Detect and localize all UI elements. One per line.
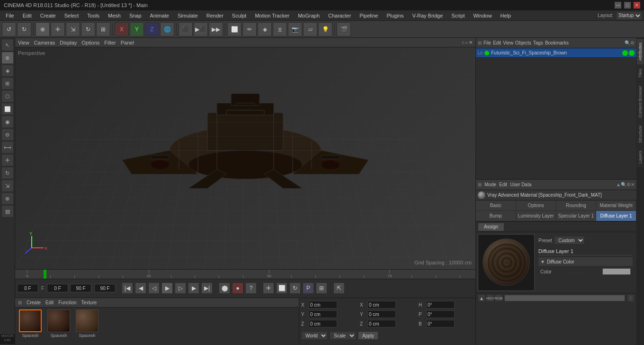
move-key-button[interactable]: ✛ — [263, 282, 274, 294]
tool-weld[interactable]: ⊗ — [1, 192, 14, 205]
menu-simulate[interactable]: Simulate — [174, 12, 202, 19]
viewport-3d[interactable]: Perspective — [15, 47, 475, 269]
mat-menu-texture[interactable]: Texture — [81, 300, 97, 305]
cube-button[interactable]: ⬜ — [227, 22, 242, 36]
tool-layer[interactable]: ▤ — [1, 205, 14, 218]
tool-knife[interactable]: ⊖ — [1, 128, 14, 141]
menu-select[interactable]: Select — [61, 12, 83, 19]
obj-item-spaceship[interactable]: L0 Futuristic_Sci_Fi_Spaceship_Brown — [476, 48, 636, 58]
tool-grid[interactable]: ⊞ — [1, 77, 14, 90]
color-swatch[interactable] — [602, 268, 631, 275]
key-square-button[interactable]: ⬜ — [276, 282, 287, 294]
auto-key-button[interactable]: ● — [232, 282, 243, 294]
live-selection-button[interactable]: ⊕ — [36, 22, 50, 36]
menu-edit[interactable]: Edit — [19, 12, 36, 19]
coord-z-input[interactable] — [309, 320, 337, 327]
vtab-attributes[interactable]: Attributes — [637, 39, 644, 64]
attr-tab-specular[interactable]: Specular Layer 1 — [556, 211, 597, 221]
render-settings-button[interactable]: 🎬 — [337, 22, 351, 36]
tool-cursor[interactable]: ↖ — [1, 39, 14, 51]
info-button[interactable]: ? — [245, 282, 257, 294]
scale-button[interactable]: ⇲ — [66, 22, 80, 36]
menu-plugins[interactable]: Plugins — [383, 12, 407, 19]
coord-b-input[interactable] — [426, 320, 455, 327]
menu-vray[interactable]: V-Ray Bridge — [409, 12, 447, 19]
mat-menu-function[interactable]: Function — [58, 300, 76, 305]
vtab-tiles[interactable]: Tiles — [637, 65, 644, 82]
record-button[interactable]: ⬤ — [219, 282, 230, 294]
frame-end2-input[interactable] — [94, 284, 116, 292]
obj-visibility-dot[interactable] — [484, 51, 489, 55]
layout-select[interactable]: Startup — [616, 11, 642, 20]
vtab-content-browser[interactable]: Content Browser — [637, 82, 644, 121]
light-button[interactable]: 💡 — [318, 22, 332, 36]
attr-menu-mode[interactable]: Mode — [484, 182, 496, 187]
mat-menu-create[interactable]: Create — [27, 300, 41, 305]
vp-menu-options[interactable]: Options — [81, 40, 99, 45]
attr-menu-edit[interactable]: Edit — [499, 182, 507, 187]
vp-menu-view[interactable]: View — [18, 40, 29, 45]
scale-dropdown[interactable]: Scale — [330, 331, 356, 340]
mat-thumb-2[interactable] — [47, 309, 70, 332]
menu-motion-tracker[interactable]: Motion Tracker — [251, 12, 293, 19]
menu-render[interactable]: Render — [203, 12, 227, 19]
tool-poly[interactable]: ◈ — [1, 64, 14, 77]
menu-create[interactable]: Create — [36, 12, 60, 19]
vp-menu-cameras[interactable]: Cameras — [34, 40, 55, 45]
coord-h-input[interactable] — [426, 301, 455, 309]
tool-connect[interactable]: ⟷ — [1, 141, 14, 154]
world-coord-button[interactable]: 🌐 — [160, 22, 174, 36]
mat-item-3[interactable]: Spacesh — [74, 309, 100, 338]
rotate-button[interactable]: ↻ — [81, 22, 95, 36]
frame-start-input[interactable] — [47, 284, 68, 292]
obj-menu-tags[interactable]: Tags — [533, 40, 543, 45]
prev-key-button[interactable]: ◁ — [148, 282, 160, 294]
render-region-button[interactable]: ⬛ — [179, 22, 193, 36]
timeline-expand-button[interactable]: ⇱ — [333, 282, 345, 294]
key-grid-button[interactable]: ⊞ — [316, 282, 327, 294]
next-frame-button[interactable]: ▶ — [188, 282, 199, 294]
undo-button[interactable]: ↺ — [2, 22, 16, 36]
coord-p-input[interactable] — [426, 310, 455, 318]
pen-button[interactable]: ✏ — [242, 22, 257, 36]
obj-menu-bookmarks[interactable]: Bookmarks — [545, 40, 569, 45]
menu-window[interactable]: Window — [469, 12, 495, 19]
obj-menu-objects[interactable]: Objects — [515, 40, 531, 45]
attr-tab-bump[interactable]: Bump — [476, 211, 516, 221]
window-controls[interactable]: — □ ✕ — [615, 2, 640, 9]
tool-button[interactable]: ⊞ — [96, 22, 110, 36]
current-frame-input[interactable] — [17, 284, 38, 292]
attr-tab-diffuse[interactable]: Diffuse Layer 1 — [596, 211, 636, 221]
deformer-button[interactable]: ⧖ — [273, 22, 287, 36]
nurbs-button[interactable]: ◈ — [258, 22, 272, 36]
move-button[interactable]: ✛ — [51, 22, 65, 36]
menu-snap[interactable]: Snap — [125, 12, 145, 19]
coord-x2-input[interactable] — [367, 301, 396, 309]
axis-z-button[interactable]: Z — [145, 22, 159, 36]
coord-y2-input[interactable] — [367, 310, 396, 318]
attr-tab-options[interactable]: Options — [516, 200, 556, 211]
menu-mograph[interactable]: MoGraph — [294, 12, 323, 19]
close-button[interactable]: ✕ — [634, 2, 640, 9]
render-anim-button[interactable]: ▶▶ — [209, 22, 223, 36]
attr-icon-rgb[interactable]: RGB — [495, 294, 502, 302]
coord-y-input[interactable] — [309, 310, 337, 318]
frame-end-input[interactable] — [70, 284, 91, 292]
axis-x-button[interactable]: X — [115, 22, 129, 36]
floor-button[interactable]: ▱ — [303, 22, 317, 36]
render-frame-button[interactable]: ▶⬛ — [194, 22, 208, 36]
menu-script[interactable]: Script — [447, 12, 468, 19]
tool-select[interactable]: ⊕ — [1, 52, 14, 64]
vp-menu-panel[interactable]: Panel — [121, 40, 134, 45]
attr-icon-arrow[interactable]: ▲ — [478, 294, 485, 302]
menu-animate[interactable]: Animate — [146, 12, 173, 19]
apply-button[interactable]: Apply — [358, 331, 378, 340]
attr-menu-userdata[interactable]: User Data — [510, 182, 531, 187]
camera-button[interactable]: 📷 — [288, 22, 302, 36]
key-p-button[interactable]: P — [303, 282, 314, 294]
menu-file[interactable]: File — [2, 12, 18, 19]
menu-mesh[interactable]: Mesh — [104, 12, 125, 19]
attr-tab-luminosity[interactable]: Luminosity Layer — [516, 211, 556, 221]
obj-menu-edit[interactable]: Edit — [493, 40, 501, 45]
diffuse-color-section[interactable]: ▼ Diffuse Color — [538, 257, 633, 266]
